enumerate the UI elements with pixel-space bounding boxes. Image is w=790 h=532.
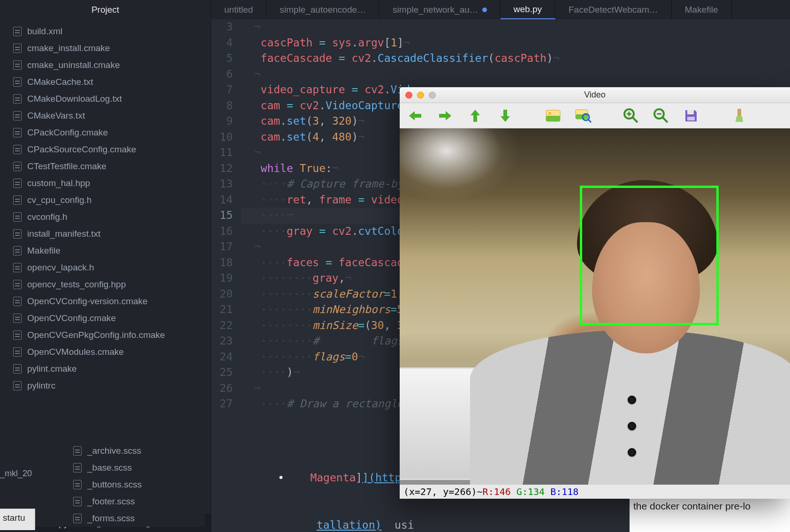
- tree-item-label: custom_hal.hpp: [27, 178, 90, 188]
- pixel-b: B:118: [550, 486, 578, 497]
- code-line[interactable]: cascPath = sys.argv[1]¬: [241, 35, 790, 51]
- tree-item[interactable]: CPackSourceConfig.cmake: [0, 141, 211, 158]
- file-icon: [13, 280, 22, 289]
- editor-tab[interactable]: simple_network_au…: [380, 0, 501, 19]
- tree-item[interactable]: CTestTestfile.cmake: [0, 158, 211, 175]
- editor-tab[interactable]: untitled: [211, 0, 266, 19]
- hoodie-button: [628, 422, 636, 430]
- background-text-strip: the docker container pre-lo: [630, 499, 790, 532]
- file-icon: [13, 263, 22, 272]
- tree-item[interactable]: pylintrc: [0, 377, 211, 394]
- file-icon: [73, 514, 82, 523]
- file-icon: [13, 60, 22, 70]
- hoodie-button: [628, 396, 636, 404]
- image-icon[interactable]: [544, 107, 562, 125]
- file-icon: [13, 212, 22, 222]
- tree-item-label: OpenCVConfig-version.cmake: [27, 296, 148, 307]
- window-controls: [405, 91, 436, 98]
- editor-tab[interactable]: web.py: [501, 0, 555, 19]
- file-icon: [13, 246, 22, 255]
- tab-label: web.py: [514, 4, 542, 15]
- editor-tab[interactable]: FaceDetectWebcam…: [555, 0, 672, 19]
- tree-item[interactable]: CMakeVars.txt: [0, 107, 211, 124]
- tree-item[interactable]: Makefile: [0, 242, 211, 259]
- tree-item[interactable]: opencv_lapack.h: [0, 259, 211, 276]
- tree-item[interactable]: _footer.scss: [26, 493, 205, 510]
- pixel-g: G:134: [517, 486, 545, 497]
- tree-item[interactable]: _buttons.scss: [26, 476, 205, 493]
- tree-item[interactable]: cmake_install.cmake: [0, 40, 211, 57]
- tab-label: simple_autoencode…: [280, 5, 366, 15]
- tree-item[interactable]: OpenCVModules.cmake: [0, 344, 211, 360]
- tree-item-label: OpenCVGenPkgConfig.info.cmake: [27, 330, 165, 340]
- tree-item[interactable]: cv_cpu_config.h: [0, 192, 211, 209]
- svg-rect-16: [737, 109, 741, 116]
- svg-rect-1: [546, 116, 560, 121]
- close-window-icon[interactable]: [405, 91, 412, 98]
- tree-item-label: _archive.scss: [87, 446, 141, 456]
- tree-item[interactable]: install_manifest.txt: [0, 225, 211, 242]
- tree-item[interactable]: cvconfig.h: [0, 209, 211, 225]
- tree-item-label: OpenCVModules.cmake: [27, 347, 124, 357]
- brush-icon[interactable]: [730, 107, 748, 125]
- tab-label: untitled: [224, 5, 253, 15]
- code-line[interactable]: ¬: [241, 67, 790, 82]
- tree-item[interactable]: custom_hal.hpp: [0, 175, 211, 192]
- tree-item[interactable]: CMakeDownloadLog.txt: [0, 90, 211, 107]
- top-bar: Project untitledsimple_autoencode…simple…: [0, 0, 790, 19]
- video-toolbar: [400, 103, 790, 128]
- tree-item[interactable]: opencv_tests_config.hpp: [0, 276, 211, 293]
- file-icon: [13, 179, 22, 188]
- nav-down-icon[interactable]: [496, 107, 514, 125]
- file-icon: [73, 446, 82, 456]
- file-icon: [73, 480, 82, 489]
- minimize-window-icon[interactable]: [417, 91, 424, 98]
- tree-item[interactable]: CPackConfig.cmake: [0, 124, 211, 141]
- tree-item[interactable]: OpenCVConfig-version.cmake: [0, 293, 211, 310]
- zoom-in-icon[interactable]: [622, 107, 640, 125]
- tree-item-label: CTestTestfile.cmake: [27, 161, 106, 172]
- tree-item[interactable]: OpenCVGenPkgConfig.info.cmake: [0, 327, 211, 344]
- code-line[interactable]: ¬: [241, 19, 790, 35]
- file-icon: [73, 463, 82, 472]
- pixel-coords: (x=27, y=266): [403, 486, 477, 497]
- tree-item-label: CMakeVars.txt: [27, 111, 85, 121]
- tree-item[interactable]: CMakeCache.txt: [0, 74, 211, 90]
- nav-left-icon[interactable]: [406, 107, 424, 125]
- tree-item-label: pylintrc: [27, 381, 55, 391]
- tree-item[interactable]: _forms.scss: [26, 510, 205, 527]
- file-icon: [13, 162, 22, 171]
- tree-item[interactable]: _base.scss: [26, 459, 205, 476]
- video-window[interactable]: Video: [400, 87, 790, 499]
- background-tab[interactable]: startu: [0, 509, 35, 530]
- project-tree[interactable]: build.xmlcmake_install.cmakecmake_uninst…: [0, 19, 211, 514]
- file-icon: [13, 364, 22, 374]
- tree-item[interactable]: cmake_uninstall.cmake: [0, 57, 211, 74]
- file-icon: [13, 330, 22, 340]
- project-panel-header[interactable]: Project: [0, 0, 211, 19]
- bg-gutter: [213, 439, 269, 532]
- zoom-out-icon[interactable]: [652, 107, 670, 125]
- zoom-window-icon[interactable]: [429, 91, 436, 98]
- code-line[interactable]: faceCascade = cv2.CascadeClassifier(casc…: [241, 51, 790, 67]
- tree-item[interactable]: OpenCVConfig.cmake: [0, 310, 211, 327]
- editor-tab[interactable]: Makefile: [672, 0, 732, 19]
- tree-item[interactable]: pylint.cmake: [0, 360, 211, 377]
- editor-tabs: untitledsimple_autoencode…simple_network…: [211, 0, 790, 19]
- tree-item[interactable]: _archive.scss: [26, 442, 205, 459]
- nav-up-icon[interactable]: [466, 107, 484, 125]
- nav-right-icon[interactable]: [436, 107, 454, 125]
- tree-item-label: CPackConfig.cmake: [27, 127, 108, 138]
- tree-item-label: build.xml: [27, 26, 62, 37]
- tree-item-label: cv_cpu_config.h: [27, 195, 91, 205]
- tree-item-label: opencv_tests_config.hpp: [27, 279, 126, 290]
- save-icon[interactable]: [682, 107, 700, 125]
- image-search-icon[interactable]: [574, 107, 592, 125]
- svg-rect-4: [576, 114, 588, 119]
- tree-item-label: opencv_lapack.h: [27, 262, 94, 273]
- tree-item[interactable]: build.xml: [0, 23, 211, 40]
- editor-tab[interactable]: simple_autoencode…: [266, 0, 380, 19]
- video-titlebar[interactable]: Video: [400, 87, 790, 103]
- pixel-r: R:146: [483, 486, 511, 497]
- hoodie-button: [628, 448, 636, 457]
